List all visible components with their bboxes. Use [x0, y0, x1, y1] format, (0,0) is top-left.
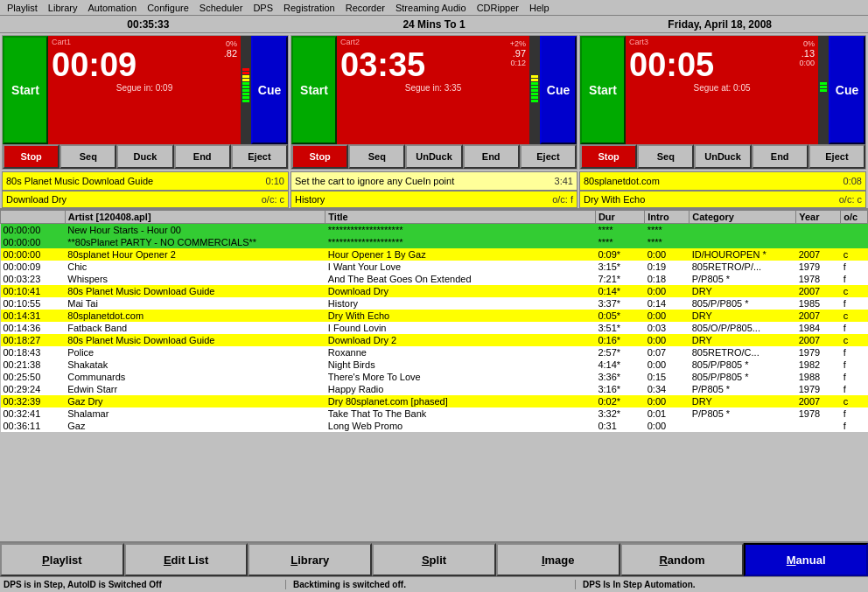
table-row[interactable]: 00:00:00New Hour Starts - Hour 00*******… — [1, 224, 868, 237]
table-scroll-container[interactable]: Artist [120408.apl] Title Dur Intro Cate… — [0, 210, 868, 541]
table-cell: c — [841, 285, 868, 297]
table-cell: f — [841, 420, 868, 432]
table-row[interactable]: 00:32:39Gaz DryDry 80splanet.com [phased… — [1, 395, 868, 407]
table-cell: Download Dry 2 — [326, 334, 596, 346]
table-row[interactable]: 00:03:23WhispersAnd The Beat Goes On Ext… — [1, 273, 868, 285]
deck1-cue-button[interactable]: Cue — [251, 36, 288, 144]
table-cell: f — [841, 273, 868, 285]
table-row[interactable]: 00:10:55Mai TaiHistory3:37*0:14805/P/P80… — [1, 297, 868, 310]
table-cell: 80s Planet Music Download Guide — [65, 285, 326, 297]
menu-registration[interactable]: Registration — [278, 3, 340, 13]
queue-sub-1-2: History — [295, 194, 552, 205]
deck1-seq-button[interactable]: Seq — [60, 144, 116, 169]
table-row[interactable]: 00:14:36Fatback BandI Found Lovin3:51*0:… — [1, 322, 868, 334]
table-row[interactable]: 00:00:00**80sPlanet PARTY - NO COMMERCIA… — [1, 236, 868, 248]
deck2-cue-button[interactable]: Cue — [540, 36, 577, 144]
table-cell — [690, 420, 796, 432]
menu-library[interactable]: Library — [43, 3, 83, 13]
nav-library-button[interactable]: Library — [248, 543, 372, 576]
table-cell: 4:14* — [595, 359, 644, 371]
table-cell: 00:00:09 — [1, 261, 66, 273]
deck3-seq-button[interactable]: Seq — [637, 144, 694, 169]
table-cell — [841, 236, 868, 248]
table-cell: 805RETRO/C... — [690, 346, 796, 359]
menu-playlist[interactable]: Playlist — [2, 3, 43, 13]
table-row[interactable]: 00:00:09ChicI Want Your Love3:15*0:19805… — [1, 261, 868, 273]
table-cell: 00:18:43 — [1, 346, 66, 359]
deck3-start-button[interactable]: Start — [580, 36, 626, 144]
status-center: Backtiming is switched off. — [285, 580, 575, 589]
menu-dps[interactable]: DPS — [248, 3, 278, 13]
deck2-stop-button[interactable]: Stop — [291, 144, 348, 169]
menu-help[interactable]: Help — [524, 3, 555, 13]
deck2-end-button[interactable]: End — [463, 144, 520, 169]
menu-configure[interactable]: Configure — [142, 3, 194, 13]
table-cell: And The Beat Goes On Extended — [326, 273, 596, 285]
table-cell: f — [841, 359, 868, 371]
deck1: Start Cart1 00:09 0% .82 Segue in: 0:09 — [2, 35, 289, 170]
nav-image-button[interactable]: Image — [496, 543, 620, 576]
table-cell: Whispers — [65, 273, 326, 285]
table-row[interactable]: 00:18:43PoliceRoxanne2:57*0:07805RETRO/C… — [1, 346, 868, 359]
table-cell: 00:03:23 — [1, 273, 66, 285]
deck3-eject-button[interactable]: Eject — [808, 144, 865, 169]
col-header-dur: Dur — [595, 211, 644, 224]
table-cell: c — [841, 248, 868, 261]
menu-scheduler[interactable]: Scheduler — [194, 3, 248, 13]
deck1-eject-button[interactable]: Eject — [231, 144, 288, 169]
table-cell: 0:03 — [645, 322, 690, 334]
table-cell: 0:15 — [645, 371, 690, 383]
table-row[interactable]: 00:25:50CommunardsThere's More To Love3:… — [1, 371, 868, 383]
deck3-cart-display: Cart3 00:05 0% .13 0:00 Segue at: 0:05 — [626, 36, 818, 144]
deck3-end-button[interactable]: End — [752, 144, 808, 169]
nav-random-button[interactable]: Random — [620, 543, 745, 576]
table-cell: DRY — [690, 395, 796, 407]
menu-cdripper[interactable]: CDRipper — [472, 3, 524, 13]
status-right: DPS Is In Step Automation. — [575, 580, 864, 589]
table-cell — [796, 420, 841, 432]
table-cell: 0:05* — [595, 310, 644, 322]
table-row[interactable]: 00:00:0080splanet Hour Opener 2Hour Open… — [1, 248, 868, 261]
col-header-year: Year — [796, 211, 841, 224]
table-cell: Mai Tai — [65, 297, 326, 310]
deck3-cue-button[interactable]: Cue — [829, 36, 865, 144]
menu-automation[interactable]: Automation — [82, 3, 142, 13]
deck3-stop-button[interactable]: Stop — [580, 144, 637, 169]
table-row[interactable]: 00:32:41ShalamarTake That To The Bank3:3… — [1, 407, 868, 420]
table-row[interactable]: 00:36:11GazLong Web Promo0:310:00f — [1, 420, 868, 432]
nav-manual-button[interactable]: Manual — [744, 543, 868, 576]
nav-split-button[interactable]: Split — [372, 543, 496, 576]
menu-streaming[interactable]: Streaming Audio — [390, 3, 472, 13]
deck2: Start Cart2 03:35 +2% .97 0:12 Segue — [290, 35, 578, 170]
deck2-start-button[interactable]: Start — [291, 36, 337, 144]
deck2-segue: Segue in: 3:35 — [340, 83, 526, 93]
table-cell: Hour Opener 1 By Gaz — [326, 248, 596, 261]
col-header-title: Title — [326, 211, 596, 224]
deck1-start-button[interactable]: Start — [3, 36, 48, 144]
table-cell: 2007 — [796, 285, 841, 297]
table-cell: 0:00 — [645, 310, 690, 322]
deck1-duck-button[interactable]: Duck — [116, 144, 173, 169]
deck2-eject-button[interactable]: Eject — [520, 144, 577, 169]
menu-recorder[interactable]: Recorder — [340, 3, 390, 13]
deck2-vu — [529, 36, 540, 144]
deck2-seq-button[interactable]: Seq — [348, 144, 405, 169]
table-cell: History — [326, 297, 596, 310]
deck2-unduck-button[interactable]: UnDuck — [405, 144, 462, 169]
table-row[interactable]: 00:14:3180splanetdot.comDry With Echo0:0… — [1, 310, 868, 322]
queue-row2: Download Dry o/c: c History o/c: f Dry W… — [0, 191, 868, 208]
nav-playlist-button[interactable]: Playlist — [0, 543, 124, 576]
deck3-unduck-button[interactable]: UnDuck — [694, 144, 751, 169]
table-row[interactable]: 00:10:4180s Planet Music Download GuideD… — [1, 285, 868, 297]
queue-title-1-3: 80splanetdot.com — [584, 176, 840, 186]
table-cell: 80s Planet Music Download Guide — [65, 334, 326, 346]
nav-editlist-button[interactable]: Edit List — [124, 543, 248, 576]
table-cell: 2:57* — [595, 346, 644, 359]
table-cell: 3:51* — [595, 322, 644, 334]
table-row[interactable]: 00:18:2780s Planet Music Download GuideD… — [1, 334, 868, 346]
deck1-end-button[interactable]: End — [174, 144, 231, 169]
table-cell: Dry 80splanet.com [phased] — [326, 395, 596, 407]
table-row[interactable]: 00:29:24Edwin StarrHappy Radio3:16*0:34P… — [1, 383, 868, 395]
table-row[interactable]: 00:21:38ShakatakNight Birds4:14*0:00805/… — [1, 359, 868, 371]
deck1-stop-button[interactable]: Stop — [3, 144, 60, 169]
